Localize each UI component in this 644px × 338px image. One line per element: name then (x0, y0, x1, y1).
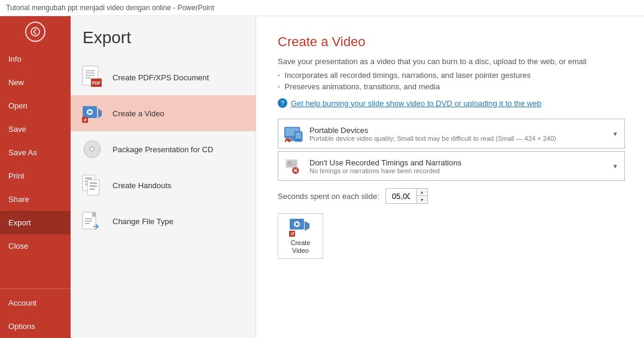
svg-rect-18 (85, 177, 92, 179)
svg-marker-26 (92, 212, 96, 217)
seconds-value-field[interactable] (386, 189, 416, 203)
svg-point-0 (31, 28, 40, 36)
dropdown-row-2: Don't Use Recorded Timings and Narration… (278, 151, 622, 181)
create-video-button-icon: ↺ (288, 218, 312, 237)
svg-marker-47 (305, 221, 309, 231)
handouts-icon (80, 173, 104, 197)
dropdown1-arrow: ▼ (612, 131, 618, 137)
sidebar-item-account[interactable]: Account (0, 291, 71, 315)
svg-rect-27 (85, 218, 92, 219)
sidebar-item-save-as[interactable]: Save As (0, 141, 71, 164)
narrations-dropdown[interactable]: Don't Use Recorded Timings and Narration… (278, 151, 625, 181)
svg-text:PDF: PDF (92, 81, 101, 85)
export-item-filetype[interactable]: Change File Type (71, 203, 256, 239)
portable-devices-icon: ▶ (284, 124, 303, 143)
svg-rect-32 (290, 138, 294, 140)
pdf-icon: PDF (80, 65, 104, 89)
sidebar-item-close[interactable]: Close (0, 234, 71, 258)
seconds-label: Seconds spent on each slide: (278, 192, 379, 201)
sidebar-nav: Info New Open Save Save As Print Share E… (0, 47, 71, 338)
title-bar: Tutorial mengubah ppt menjadi video deng… (0, 0, 644, 16)
sidebar-item-save[interactable]: Save (0, 117, 71, 141)
seconds-input[interactable]: ▲ ▼ (385, 188, 428, 204)
export-item-video[interactable]: ↺ Create a Video (71, 95, 256, 131)
export-item-handouts-label: Create Handouts (113, 181, 171, 190)
seconds-increment[interactable]: ▲ (417, 189, 427, 196)
portable-devices-sub: Portable device video quality; Small tex… (309, 135, 556, 142)
help-icon: ? (278, 98, 287, 108)
export-item-cd-label: Package Presentation for CD (113, 145, 213, 154)
portable-devices-dropdown[interactable]: ▶ Portable Devices Portable device video… (278, 119, 625, 149)
sidebar-item-info[interactable]: Info (0, 47, 71, 71)
bullet-item-1: Incorporates all recorded timings, narra… (278, 70, 622, 81)
svg-text:↺: ↺ (290, 231, 294, 237)
svg-rect-41 (288, 161, 291, 164)
svg-text:↺: ↺ (83, 118, 87, 122)
narrations-icon (284, 156, 303, 176)
video-icon: ↺ (80, 101, 104, 125)
bullet-item-2: Preserves animations, transitions, and m… (278, 81, 622, 92)
sidebar-item-print[interactable]: Print (0, 164, 71, 188)
seconds-decrement[interactable]: ▼ (417, 196, 427, 203)
cd-icon (80, 137, 104, 161)
svg-rect-21 (87, 180, 99, 195)
dropdown2-arrow: ▼ (612, 163, 618, 170)
seconds-row: Seconds spent on each slide: ▲ ▼ (278, 188, 622, 204)
export-title: Export (71, 28, 256, 59)
export-item-video-label: Create a Video (113, 109, 165, 118)
content-area: Create a Video Save your presentation as… (256, 16, 644, 338)
sidebar-item-new[interactable]: New (0, 71, 71, 94)
create-video-button[interactable]: ↺ CreateVideo (278, 213, 323, 259)
sidebar: Info New Open Save Save As Print Share E… (0, 16, 71, 338)
dropdown-row-1: ▶ Portable Devices Portable device video… (278, 119, 622, 149)
export-item-filetype-label: Change File Type (113, 217, 174, 226)
export-menu: Export PDF Create PDF/XPS Document (71, 16, 256, 338)
export-item-cd[interactable]: Package Presentation for CD (71, 131, 256, 167)
narrations-sub: No timings or narrations have been recor… (309, 167, 461, 174)
svg-rect-23 (90, 185, 97, 187)
svg-rect-22 (90, 182, 97, 184)
svg-rect-24 (90, 188, 95, 190)
sidebar-item-options[interactable]: Options (0, 315, 71, 338)
window-title: Tutorial mengubah ppt menjadi video deng… (6, 4, 214, 12)
svg-marker-9 (98, 108, 102, 118)
narrations-main: Don't Use Recorded Timings and Narration… (309, 158, 461, 167)
svg-rect-28 (85, 221, 92, 222)
svg-rect-29 (85, 223, 90, 224)
svg-point-16 (91, 148, 93, 150)
help-link[interactable]: ? Get help burning your slide show video… (278, 98, 622, 108)
svg-point-36 (297, 139, 299, 141)
export-item-handouts[interactable]: Create Handouts (71, 167, 256, 203)
export-item-pdf-label: Create PDF/XPS Document (113, 73, 209, 82)
svg-text:▶: ▶ (286, 140, 289, 142)
content-desc: Save your presentation as a video that y… (278, 57, 622, 66)
sidebar-item-export[interactable]: Export (0, 211, 71, 234)
create-video-button-label: CreateVideo (290, 239, 310, 255)
svg-rect-35 (296, 132, 301, 138)
sidebar-item-open[interactable]: Open (0, 94, 71, 117)
back-button[interactable] (25, 22, 45, 42)
portable-devices-main: Portable Devices (309, 126, 556, 135)
content-title: Create a Video (278, 34, 622, 50)
sidebar-item-share[interactable]: Share (0, 188, 71, 211)
bullet-list: Incorporates all recorded timings, narra… (278, 70, 622, 92)
filetype-icon (80, 209, 104, 233)
export-item-pdf[interactable]: PDF Create PDF/XPS Document (71, 59, 256, 95)
